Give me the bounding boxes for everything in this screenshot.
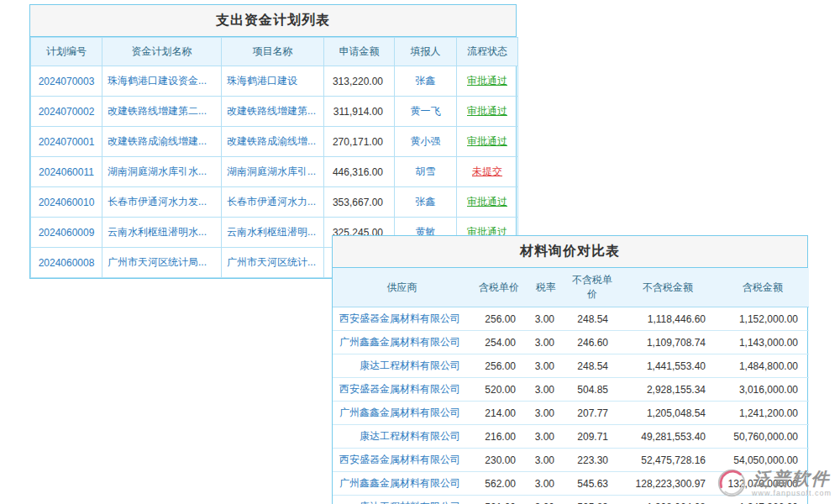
vendor-url: www.fanpusoft.com	[752, 489, 832, 497]
apply-amount-cell: 353,667.00	[324, 187, 395, 218]
tax-rate-cell: 3.00	[527, 496, 565, 504]
reporter-cell[interactable]: 张鑫	[395, 187, 457, 218]
net-unit-price-cell: 248.54	[565, 354, 619, 378]
supplier-cell[interactable]: 康达工程材料有限公司	[333, 354, 471, 378]
tax-unit-price-cell: 256.00	[471, 307, 527, 331]
table-row: 2024070002改建铁路线增建第二...改建铁路线增建第...311,914…	[31, 97, 518, 127]
table-row: 广州鑫鑫金属材料有限公司254.003.00246.601,109,708.74…	[333, 331, 809, 354]
table-row: 2024060010长春市伊通河水力发...长春市伊通河水力...353,667…	[31, 187, 518, 218]
supplier-cell[interactable]: 西安盛器金属材料有限公司	[333, 307, 471, 331]
tax-rate-cell: 3.00	[527, 307, 565, 331]
tax-amount-cell: 1,241,200.00	[717, 402, 809, 425]
project-name-cell[interactable]: 广州市天河区统计...	[222, 248, 324, 278]
tax-unit-price-cell: 562.00	[471, 472, 527, 496]
material-inquiry-title: 材料询价对比表	[333, 236, 807, 268]
plan-id-cell[interactable]: 2024060010	[31, 187, 102, 218]
net-amount-cell: 1,109,708.74	[619, 331, 717, 354]
project-name-cell[interactable]: 改建铁路线增建第...	[222, 97, 324, 127]
fund-plan-name-cell[interactable]: 珠海鹤港口建设资金...	[102, 66, 222, 97]
fund-plan-name-cell[interactable]: 改建铁路线增建第二...	[102, 97, 222, 127]
fund-plan-name-cell[interactable]: 广州市天河区统计局...	[102, 248, 222, 278]
col-header-apply-amount: 申请金额	[324, 38, 395, 66]
quote-header-row: 供应商 含税单价 税率 不含税单价 不含税金额 含税金额	[333, 268, 809, 307]
project-name-cell[interactable]: 改建铁路成渝线增...	[222, 127, 324, 157]
expenditure-plan-title: 支出资金计划列表	[30, 5, 516, 37]
tax-unit-price-cell: 254.00	[471, 331, 527, 354]
col-header-net-amount: 不含税金额	[619, 268, 717, 307]
reporter-cell[interactable]: 张鑫	[395, 66, 457, 97]
reporter-cell[interactable]: 黄小强	[395, 127, 457, 157]
tax-unit-price-cell: 214.00	[471, 402, 527, 425]
table-row: 西安盛器金属材料有限公司256.003.00248.541,118,446.60…	[333, 307, 809, 331]
reporter-cell[interactable]: 黄一飞	[395, 97, 457, 127]
col-header-tax-amount: 含税金额	[717, 268, 809, 307]
project-name-cell[interactable]: 珠海鹤港口建设	[222, 66, 324, 97]
net-unit-price-cell: 505.83	[565, 496, 619, 504]
flow-status-cell[interactable]: 未提交	[457, 157, 518, 187]
net-amount-cell: 128,223,300.97	[619, 472, 717, 496]
net-unit-price-cell: 545.63	[565, 472, 619, 496]
tax-unit-price-cell: 520.00	[471, 378, 527, 402]
project-name-cell[interactable]: 云南水利枢纽潜明...	[222, 218, 324, 248]
net-amount-cell: 52,475,728.16	[619, 449, 717, 472]
net-amount-cell: 2,928,155.34	[619, 378, 717, 402]
fund-plan-name-cell[interactable]: 湖南洞庭湖水库引水...	[102, 157, 222, 187]
tax-amount-cell: 1,143,000.00	[717, 331, 809, 354]
project-name-cell[interactable]: 长春市伊通河水力...	[222, 187, 324, 218]
project-name-cell[interactable]: 湖南洞庭湖水库引...	[222, 157, 324, 187]
col-header-fund-plan: 资金计划名称	[102, 38, 222, 66]
tax-amount-cell: 3,016,000.00	[717, 378, 809, 402]
supplier-cell[interactable]: 康达工程材料有限公司	[333, 425, 471, 449]
col-header-net-price: 不含税单价	[565, 268, 619, 307]
vendor-watermark-text: 泛普软件 www.fanpusoft.com	[752, 469, 832, 496]
tax-rate-cell: 3.00	[527, 331, 565, 354]
net-amount-cell: 49,281,553.40	[619, 425, 717, 449]
tax-rate-cell: 3.00	[527, 354, 565, 378]
fund-plan-name-cell[interactable]: 长春市伊通河水力发...	[102, 187, 222, 218]
net-unit-price-cell: 248.54	[565, 307, 619, 331]
tax-amount-cell: 1,484,800.00	[717, 354, 809, 378]
net-unit-price-cell: 209.71	[565, 425, 619, 449]
flow-status-cell[interactable]: 审批通过	[457, 66, 518, 97]
apply-amount-cell: 311,914.00	[324, 97, 395, 127]
plan-id-cell[interactable]: 2024060008	[31, 248, 102, 278]
supplier-cell[interactable]: 康达工程材料有限公司	[333, 496, 471, 504]
net-amount-cell: 1,205,048.54	[619, 402, 717, 425]
plan-id-cell[interactable]: 2024070002	[31, 97, 102, 127]
tax-rate-cell: 3.00	[527, 449, 565, 472]
apply-amount-cell: 313,220.00	[324, 66, 395, 97]
table-row: 2024070003珠海鹤港口建设资金...珠海鹤港口建设313,220.00张…	[31, 66, 518, 97]
tax-unit-price-cell: 256.00	[471, 354, 527, 378]
net-amount-cell: 1,441,553.40	[619, 354, 717, 378]
fanpu-logo-icon	[716, 467, 748, 499]
plan-id-cell[interactable]: 2024060011	[31, 157, 102, 187]
apply-amount-cell: 446,316.00	[324, 157, 395, 187]
col-header-reporter: 填报人	[395, 38, 457, 66]
flow-status-cell[interactable]: 审批通过	[457, 127, 518, 157]
supplier-cell[interactable]: 广州鑫鑫金属材料有限公司	[333, 472, 471, 496]
col-header-tax-price: 含税单价	[471, 268, 527, 307]
vendor-name: 泛普软件	[753, 469, 830, 488]
tax-rate-cell: 3.00	[527, 402, 565, 425]
reporter-cell[interactable]: 胡雪	[395, 157, 457, 187]
col-header-project: 项目名称	[222, 38, 324, 66]
tax-rate-cell: 3.00	[527, 378, 565, 402]
net-unit-price-cell: 246.60	[565, 331, 619, 354]
fund-plan-name-cell[interactable]: 云南水利枢纽潜明水...	[102, 218, 222, 248]
net-amount-cell: 1,308,064.08	[619, 496, 717, 504]
col-header-plan-id: 计划编号	[31, 38, 102, 66]
plan-id-cell[interactable]: 2024070001	[31, 127, 102, 157]
table-row: 康达工程材料有限公司256.003.00248.541,441,553.401,…	[333, 354, 809, 378]
tax-unit-price-cell: 230.00	[471, 449, 527, 472]
flow-status-cell[interactable]: 审批通过	[457, 187, 518, 218]
flow-status-cell[interactable]: 审批通过	[457, 97, 518, 127]
supplier-cell[interactable]: 广州鑫鑫金属材料有限公司	[333, 402, 471, 425]
plan-id-cell[interactable]: 2024070003	[31, 66, 102, 97]
supplier-cell[interactable]: 广州鑫鑫金属材料有限公司	[333, 331, 471, 354]
plan-header-row: 计划编号 资金计划名称 项目名称 申请金额 填报人 流程状态	[31, 38, 518, 66]
plan-id-cell[interactable]: 2024060009	[31, 218, 102, 248]
fund-plan-name-cell[interactable]: 改建铁路成渝线增建...	[102, 127, 222, 157]
supplier-cell[interactable]: 西安盛器金属材料有限公司	[333, 449, 471, 472]
vendor-watermark: 泛普软件 www.fanpusoft.com	[716, 467, 832, 499]
supplier-cell[interactable]: 西安盛器金属材料有限公司	[333, 378, 471, 402]
